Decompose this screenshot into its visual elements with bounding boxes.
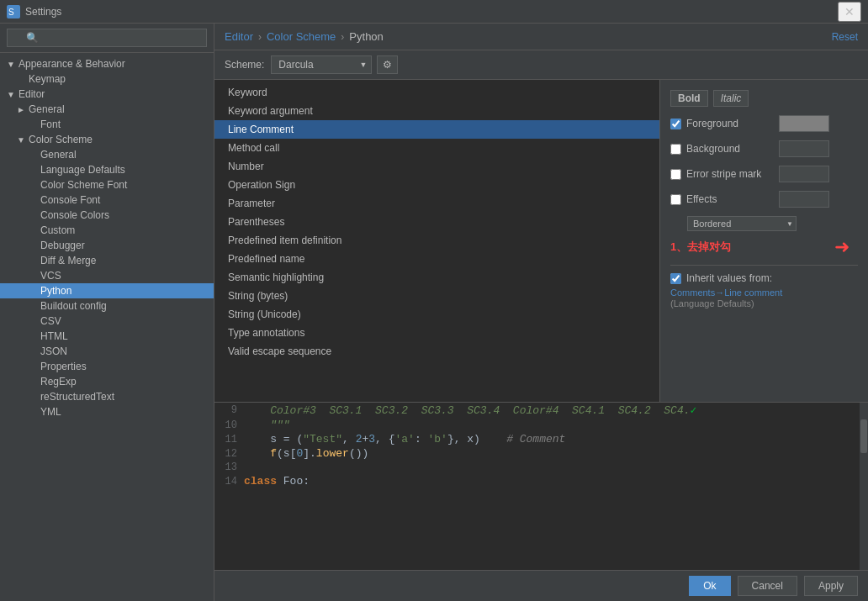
code-preview: 9 Color#3 SC3.1 SC3.2 SC3.3 SC3.4 Color#… [214, 402, 868, 570]
sidebar-item-label: VCS [40, 270, 207, 282]
error-stripe-row: Error stripe mark [670, 166, 858, 182]
apply-button[interactable]: Apply [804, 576, 858, 596]
token-item-string-bytes[interactable]: String (bytes) [214, 287, 659, 305]
code-line-12: 12 f(s[0].lower()) [214, 446, 868, 461]
sidebar-item-label: RegExp [40, 376, 207, 387]
sidebar-item-font[interactable]: Font [0, 117, 214, 132]
sidebar-item-debugger[interactable]: Debugger [0, 238, 214, 253]
effects-checkbox[interactable] [670, 194, 681, 205]
token-item-parameter[interactable]: Parameter [214, 194, 659, 213]
sidebar-item-regexp[interactable]: RegExp [0, 374, 214, 389]
sidebar-item-label: Console Colors [40, 209, 207, 221]
sidebar-item-buildout-config[interactable]: Buildout config [0, 298, 214, 314]
sidebar-item-label: YML [40, 406, 207, 418]
inherit-checkbox[interactable] [670, 273, 681, 284]
scheme-label: Scheme: [225, 59, 264, 71]
sidebar-item-html[interactable]: HTML [0, 329, 214, 344]
content-area: Editor › Color Scheme › Python Reset Sch… [214, 24, 868, 601]
token-item-predefined-name[interactable]: Predefined name [214, 250, 659, 268]
main-layout: ▼Appearance & BehaviorKeymap▼Editor►Gene… [0, 24, 868, 601]
token-item-method-call[interactable]: Method call [214, 139, 659, 157]
sidebar-item-json[interactable]: JSON [0, 344, 214, 359]
background-checkbox[interactable] [670, 144, 681, 155]
sidebar-item-yml[interactable]: YML [0, 404, 214, 419]
scroll-thumb[interactable] [860, 419, 867, 453]
token-item-line-comment[interactable]: Line Comment [214, 120, 659, 139]
breadcrumb-color-scheme[interactable]: Color Scheme [267, 30, 336, 43]
sidebar-item-custom[interactable]: Custom [0, 223, 214, 238]
cancel-button[interactable]: Cancel [738, 576, 797, 596]
italic-button[interactable]: Italic [713, 90, 749, 107]
sidebar-item-label: Properties [40, 361, 207, 372]
foreground-label: Foreground [686, 118, 779, 129]
sidebar-item-label: Font [40, 119, 207, 130]
annotation-arrow: ➜ [834, 236, 849, 258]
error-stripe-checkbox[interactable] [670, 169, 681, 180]
background-color-box[interactable] [779, 140, 829, 157]
ok-button[interactable]: Ok [689, 576, 730, 596]
tree-arrow: ► [17, 105, 29, 114]
sidebar-item-label: Console Font [40, 194, 207, 206]
bold-button[interactable]: Bold [670, 90, 708, 107]
error-stripe-label: Error stripe mark [686, 168, 779, 180]
search-input[interactable] [7, 29, 207, 47]
sidebar-item-diff-merge[interactable]: Diff & Merge [0, 253, 214, 268]
sidebar-item-label: reStructuredText [40, 391, 207, 403]
sidebar-item-restructuredtext[interactable]: reStructuredText [0, 389, 214, 404]
effects-color-box[interactable] [779, 191, 829, 208]
breadcrumb-sep-2: › [341, 31, 344, 43]
sidebar-item-keymap[interactable]: Keymap [0, 71, 214, 87]
sidebar-item-color-scheme-font[interactable]: Color Scheme Font [0, 177, 214, 192]
sidebar-item-python[interactable]: Python [0, 283, 214, 298]
sidebar-item-cs-general[interactable]: General [0, 147, 214, 162]
sidebar-item-console-colors[interactable]: Console Colors [0, 208, 214, 223]
line-number: 12 [214, 448, 244, 460]
token-item-number[interactable]: Number [214, 157, 659, 176]
breadcrumb-editor[interactable]: Editor [225, 30, 253, 43]
token-item-predefined-item-definition[interactable]: Predefined item definition [214, 231, 659, 250]
sidebar-item-label: Color Scheme Font [40, 179, 207, 191]
token-item-parentheses[interactable]: Parentheses [214, 213, 659, 231]
token-item-type-annotations[interactable]: Type annotations [214, 324, 659, 342]
sidebar-item-label: Buildout config [40, 300, 207, 312]
token-item-operation-sign[interactable]: Operation Sign [214, 176, 659, 194]
search-bar [0, 24, 214, 53]
token-item-string-unicode[interactable]: String (Unicode) [214, 305, 659, 324]
sidebar-item-label: Diff & Merge [40, 255, 207, 266]
token-item-keyword-argument[interactable]: Keyword argument [214, 102, 659, 120]
reset-button[interactable]: Reset [832, 31, 858, 43]
scheme-select-wrapper: Darcula Default High contrast [271, 55, 372, 74]
effects-row: Effects [670, 191, 858, 208]
code-text: s = ("Test", 2+3, {'a': 'b'}, x) # Comme… [244, 433, 868, 445]
foreground-color-box[interactable] [779, 115, 829, 132]
foreground-checkbox[interactable] [670, 119, 681, 129]
sidebar-item-language-defaults[interactable]: Language Defaults [0, 162, 214, 177]
sidebar-item-editor[interactable]: ▼Editor [0, 87, 214, 102]
sidebar-item-console-font[interactable]: Console Font [0, 192, 214, 208]
close-button[interactable]: ✕ [838, 2, 861, 22]
background-label: Background [686, 143, 779, 155]
sidebar-item-general[interactable]: ►General [0, 102, 214, 117]
token-item-semantic-highlighting[interactable]: Semantic highlighting [214, 268, 659, 287]
scheme-select[interactable]: Darcula Default High contrast [271, 55, 372, 74]
sidebar-item-label: Python [40, 285, 207, 297]
code-line-11: 11 s = ("Test", 2+3, {'a': 'b'}, x) # Co… [214, 432, 868, 446]
line-number: 9 [214, 404, 244, 416]
sidebar-item-appearance-behavior[interactable]: ▼Appearance & Behavior [0, 56, 214, 71]
scheme-gear-button[interactable]: ⚙ [377, 55, 398, 74]
error-stripe-color-box[interactable] [779, 166, 829, 182]
token-item-keyword[interactable]: Keyword [214, 83, 659, 102]
sidebar-item-label: JSON [40, 345, 207, 357]
effects-type-wrapper: Bordered Underline Bold underline Strike… [687, 216, 797, 231]
sidebar-item-csv[interactable]: CSV [0, 314, 214, 329]
token-item-valid-escape-sequence[interactable]: Valid escape sequence [214, 342, 659, 361]
sidebar: ▼Appearance & BehaviorKeymap▼Editor►Gene… [0, 24, 214, 601]
sidebar-item-color-scheme[interactable]: ▼Color Scheme [0, 132, 214, 147]
app-icon: S [7, 5, 20, 18]
inherit-link[interactable]: Comments→Line comment [670, 287, 858, 298]
sidebar-item-properties[interactable]: Properties [0, 359, 214, 374]
sidebar-item-label: Keymap [29, 73, 207, 85]
effects-type-select[interactable]: Bordered Underline Bold underline Strike… [687, 216, 797, 231]
sidebar-item-label: General [29, 103, 207, 115]
sidebar-item-vcs[interactable]: VCS [0, 268, 214, 283]
